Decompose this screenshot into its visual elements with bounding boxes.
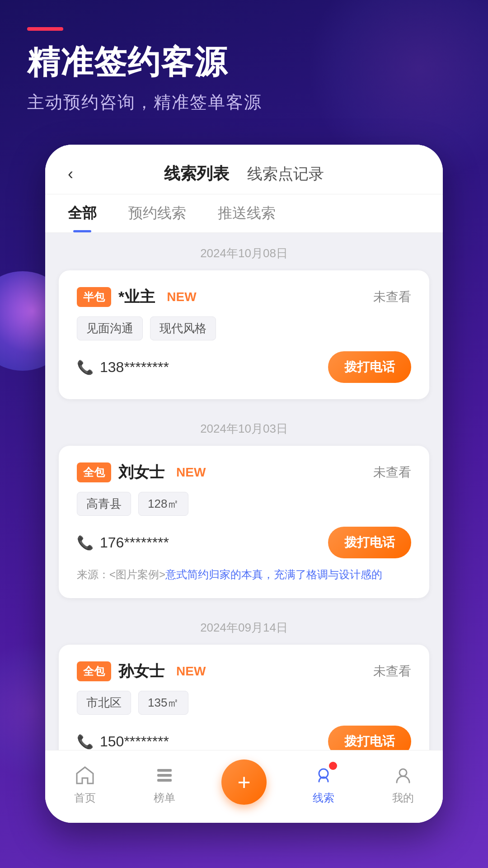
tag-1-1: 现代风格 (150, 316, 216, 340)
nav-home[interactable]: 首页 (45, 764, 125, 805)
clue-badge-dot (329, 762, 337, 770)
card-source-2: 来源：<图片案例>意式简约归家的本真，充满了格调与设计感的 (77, 567, 411, 582)
new-badge-3: NEW (176, 664, 206, 679)
phone-icon-3: 📞 (77, 734, 94, 750)
nav-list[interactable]: 榜单 (125, 764, 204, 805)
phone-number-wrap-2: 📞 176******** (77, 534, 169, 551)
page-subtitle: 主动预约咨询，精准签单客源 (27, 91, 461, 114)
accent-line (27, 27, 63, 31)
nav-my[interactable]: 我的 (363, 764, 443, 805)
nav-clue[interactable]: 线索 (284, 764, 363, 805)
tab-push[interactable]: 推送线索 (218, 203, 276, 232)
phone-number-3: 150******** (100, 733, 169, 750)
tag-2-1: 128㎡ (138, 492, 188, 516)
card-header-3: 全包 孙女士 NEW 未查看 (77, 661, 411, 682)
card-header-1: 半包 *业主 NEW 未查看 (77, 287, 411, 307)
card-phone-row-3: 📞 150******** 拨打电话 (77, 726, 411, 750)
type-badge-2: 全包 (77, 462, 111, 482)
tag-3-1: 135㎡ (138, 691, 188, 715)
new-badge-2: NEW (176, 465, 206, 480)
phone-icon-2: 📞 (77, 535, 94, 551)
plus-icon: + (237, 771, 250, 793)
nav-home-label: 首页 (74, 791, 96, 805)
status-2: 未查看 (373, 464, 411, 481)
card-tags-2: 高青县 128㎡ (77, 492, 411, 516)
card-tags-1: 见面沟通 现代风格 (77, 316, 411, 340)
status-1: 未查看 (373, 288, 411, 306)
phone-icon-1: 📞 (77, 359, 94, 375)
call-btn-2[interactable]: 拨打电话 (328, 527, 411, 558)
svg-rect-1 (157, 774, 172, 777)
nav-my-label: 我的 (392, 791, 414, 805)
client-name-3: 孙女士 (118, 661, 164, 682)
phone-mockup: ‹ 线索列表 线索点记录 全部 预约线索 推送线索 2024年10月08日 (45, 145, 443, 823)
bottom-nav: 首页 榜单 + (45, 750, 443, 823)
card-left-3: 全包 孙女士 NEW (77, 661, 206, 682)
back-button[interactable]: ‹ (68, 165, 73, 184)
card-left-1: 半包 *业主 NEW (77, 287, 197, 307)
date-divider-2: 2024年10月03日 (59, 408, 429, 446)
phone-number-wrap-3: 📞 150******** (77, 733, 169, 750)
client-name-1: *业主 (118, 287, 155, 307)
svg-point-4 (399, 769, 407, 776)
card-left-2: 全包 刘女士 NEW (77, 462, 206, 483)
type-badge-1: 半包 (77, 287, 111, 307)
call-btn-3[interactable]: 拨打电话 (328, 726, 411, 750)
nav-plus-button[interactable]: + (221, 760, 267, 805)
lead-card-1[interactable]: 半包 *业主 NEW 未查看 见面沟通 现代风格 📞 138******** 拨… (59, 270, 429, 399)
svg-rect-2 (157, 779, 172, 782)
phone-navbar: ‹ 线索列表 线索点记录 (45, 145, 443, 194)
header-section: 精准签约客源 主动预约咨询，精准签单客源 (27, 27, 461, 114)
phone-content: ‹ 线索列表 线索点记录 全部 预约线索 推送线索 2024年10月08日 (45, 145, 443, 823)
tab-appointment[interactable]: 预约线索 (128, 203, 186, 232)
leads-scroll[interactable]: 2024年10月08日 半包 *业主 NEW 未查看 见面沟通 现代风格 (45, 233, 443, 750)
phone-number-wrap-1: 📞 138******** (77, 359, 169, 376)
type-badge-3: 全包 (77, 661, 111, 681)
client-name-2: 刘女士 (118, 462, 164, 483)
nav-clue-label: 线索 (313, 791, 334, 805)
home-icon (73, 764, 97, 787)
tag-1-0: 见面沟通 (77, 316, 143, 340)
tab-all[interactable]: 全部 (68, 203, 97, 232)
phone-number-2: 176******** (100, 534, 169, 551)
page-title: 精准签约客源 (27, 44, 461, 80)
lead-card-3[interactable]: 全包 孙女士 NEW 未查看 市北区 135㎡ 📞 150******** 拨打… (59, 645, 429, 750)
navbar-record[interactable]: 线索点记录 (247, 164, 324, 184)
card-header-2: 全包 刘女士 NEW 未查看 (77, 462, 411, 483)
navbar-title: 线索列表 (164, 163, 229, 185)
date-divider-3: 2024年09月14日 (59, 607, 429, 645)
clue-icon (312, 764, 335, 787)
svg-rect-0 (157, 769, 172, 772)
card-phone-row-2: 📞 176******** 拨打电话 (77, 527, 411, 558)
nav-list-label: 榜单 (154, 791, 175, 805)
lead-card-2[interactable]: 全包 刘女士 NEW 未查看 高青县 128㎡ 📞 176******** 拨打… (59, 446, 429, 598)
status-3: 未查看 (373, 663, 411, 680)
call-btn-1[interactable]: 拨打电话 (328, 351, 411, 383)
tag-3-0: 市北区 (77, 691, 131, 715)
phone-number-1: 138******** (100, 359, 169, 376)
tag-2-0: 高青县 (77, 492, 131, 516)
card-phone-row-1: 📞 138******** 拨打电话 (77, 351, 411, 383)
new-badge-1: NEW (167, 290, 196, 304)
card-tags-3: 市北区 135㎡ (77, 691, 411, 715)
date-divider-1: 2024年10月08日 (59, 233, 429, 270)
nav-center[interactable]: + (204, 760, 284, 809)
tab-bar: 全部 预约线索 推送线索 (45, 194, 443, 233)
user-icon (391, 764, 415, 787)
list-icon (153, 764, 176, 787)
